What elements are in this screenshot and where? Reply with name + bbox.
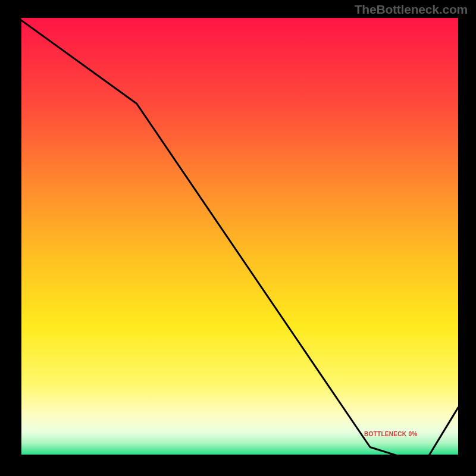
minimum-annotation: BOTTLENECK 0% [364,431,417,437]
watermark-text: TheBottleneck.com [355,2,468,17]
axes-frame [18,18,458,458]
